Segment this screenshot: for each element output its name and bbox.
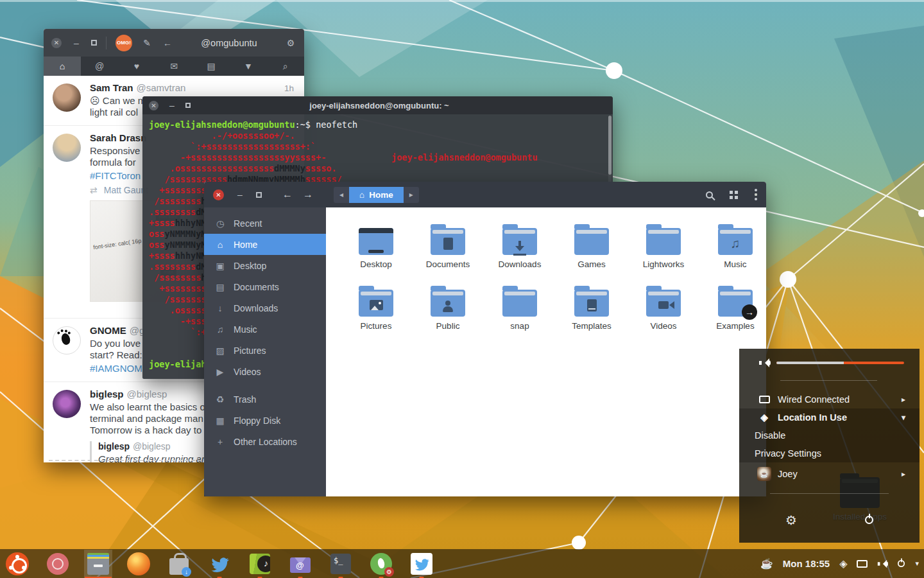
folder-icon-music bbox=[718, 228, 753, 255]
grid-view-icon[interactable] bbox=[730, 191, 733, 194]
folder-examples[interactable]: →Examples bbox=[699, 281, 771, 331]
home-icon: ⌂ bbox=[214, 240, 226, 250]
gnome-tweaks-icon[interactable] bbox=[369, 552, 393, 576]
folder-icon-person bbox=[431, 290, 465, 317]
tab-search[interactable]: ⌕ bbox=[267, 57, 304, 76]
volume-tray-icon[interactable] bbox=[877, 559, 887, 568]
folder-icon-desktop bbox=[359, 228, 393, 255]
tweet-author[interactable]: Sam Tran bbox=[90, 82, 133, 93]
sidebar-item-documents[interactable]: ▤Documents bbox=[204, 276, 326, 297]
forward-icon[interactable]: → bbox=[303, 189, 313, 200]
folder-music[interactable]: Music bbox=[699, 219, 771, 269]
search-icon[interactable] bbox=[706, 191, 713, 198]
music-icon: ♫ bbox=[214, 324, 226, 335]
avatar bbox=[53, 83, 81, 112]
folder-videos[interactable]: Videos bbox=[628, 281, 699, 331]
tweet-author[interactable]: Sarah Drasn bbox=[90, 132, 146, 143]
window-title: @omgubuntu bbox=[182, 38, 276, 48]
folder-downloads[interactable]: Downloads bbox=[484, 219, 556, 269]
power-icon[interactable] bbox=[865, 516, 873, 524]
folder-templates[interactable]: Templates bbox=[556, 281, 628, 331]
chevron-down-icon[interactable]: ▾ bbox=[915, 559, 919, 568]
twitter-window-icon[interactable] bbox=[409, 552, 434, 576]
settings-gear-icon[interactable]: ⚙ bbox=[785, 512, 797, 528]
documents-icon: ▤ bbox=[214, 282, 226, 292]
ubuntu-menu-icon[interactable] bbox=[5, 552, 30, 576]
tweet-author[interactable]: biglesp bbox=[90, 389, 124, 399]
sidebar-item-recent[interactable]: ◷Recent bbox=[204, 213, 326, 234]
location-disable-item[interactable]: Disable bbox=[755, 430, 785, 441]
close-icon[interactable]: ✕ bbox=[51, 38, 62, 48]
network-menu-item[interactable]: Wired Connected ▸ bbox=[739, 390, 920, 408]
red-circle-app-icon[interactable] bbox=[46, 552, 70, 576]
account-avatar[interactable]: OMG! bbox=[116, 35, 132, 51]
tweet-author[interactable]: GNOME bbox=[90, 325, 126, 336]
sidebar-item-desktop[interactable]: ▣Desktop bbox=[204, 255, 326, 276]
sidebar-item-music[interactable]: ♫Music bbox=[204, 319, 326, 340]
back-icon[interactable]: ← bbox=[162, 38, 173, 48]
folder-desktop[interactable]: Desktop bbox=[340, 219, 412, 269]
compose-icon[interactable]: ✎ bbox=[141, 38, 153, 48]
location-tray-icon[interactable]: ◈ bbox=[839, 557, 847, 570]
music-player-icon[interactable] bbox=[248, 552, 272, 576]
path-prev-button[interactable]: ◂ bbox=[334, 187, 349, 203]
minimize-icon[interactable]: – bbox=[234, 189, 246, 200]
sidebar-item-videos[interactable]: ▶Videos bbox=[204, 361, 326, 382]
sidebar-item-other-locations[interactable]: +Other Locations bbox=[204, 431, 326, 452]
folder-lightworks[interactable]: Lightworks bbox=[628, 219, 699, 269]
email-client-icon[interactable] bbox=[288, 552, 312, 576]
restore-icon[interactable] bbox=[91, 40, 97, 46]
display-tray-icon[interactable] bbox=[857, 560, 868, 568]
folder-documents[interactable]: Documents bbox=[412, 219, 484, 269]
tab-likes[interactable]: ♥ bbox=[118, 57, 155, 76]
folder-snap[interactable]: snap bbox=[484, 281, 556, 331]
sidebar-item-home[interactable]: ⌂Home bbox=[204, 234, 326, 255]
tab-home[interactable]: ⌂ bbox=[44, 57, 81, 76]
path-next-button[interactable]: ▸ bbox=[404, 187, 419, 203]
floppy-disk-icon: ▦ bbox=[214, 416, 226, 426]
lists-icon: ▤ bbox=[207, 61, 215, 71]
quote-author[interactable]: biglesp bbox=[98, 441, 130, 451]
minimize-icon[interactable]: – bbox=[71, 38, 82, 48]
user-coffee-icon[interactable]: ☕ bbox=[760, 557, 773, 570]
path-bar: ◂ ⌂Home ▸ bbox=[334, 187, 419, 203]
breadcrumb-home[interactable]: ⌂Home bbox=[349, 187, 404, 203]
sidebar-item-downloads[interactable]: ↓Downloads bbox=[204, 297, 326, 319]
videos-icon: ▶ bbox=[214, 367, 226, 377]
tweet-time: 1h bbox=[284, 83, 294, 93]
volume-slider[interactable] bbox=[776, 362, 904, 364]
tab-lists[interactable]: ▤ bbox=[193, 57, 230, 76]
clock[interactable]: Mon 18:55 bbox=[783, 558, 830, 569]
close-icon[interactable]: ✕ bbox=[213, 189, 224, 200]
power-tray-icon[interactable] bbox=[897, 559, 905, 568]
user-menu-item[interactable]: ☕ Joey ▸ bbox=[739, 465, 920, 483]
file-manager-sidebar: ◷Recent⌂Home▣Desktop▤Documents↓Downloads… bbox=[204, 207, 326, 496]
folder-games[interactable]: Games bbox=[556, 219, 628, 269]
firefox-icon[interactable] bbox=[126, 552, 151, 576]
terminal-titlebar: ✕ – joey-elijahsneddon@omgubuntu: ~ bbox=[142, 96, 613, 114]
tab-messages[interactable]: ✉ bbox=[155, 57, 193, 76]
terminal-app-icon[interactable]: $_ bbox=[329, 552, 353, 576]
sidebar-item-pictures[interactable]: ▨Pictures bbox=[204, 340, 326, 361]
scrollbar-thumb[interactable] bbox=[608, 116, 612, 175]
file-manager-content[interactable]: DesktopDocumentsDownloadsGamesLightworks… bbox=[326, 207, 766, 496]
corebird-twitter-icon[interactable] bbox=[207, 552, 232, 576]
location-privacy-settings-item[interactable]: Privacy Settings bbox=[755, 448, 821, 459]
tab-filters[interactable]: ▼ bbox=[230, 57, 267, 76]
sidebar-item-floppy-disk[interactable]: ▦Floppy Disk bbox=[204, 410, 326, 431]
folder-pictures[interactable]: Pictures bbox=[340, 281, 412, 331]
menu-kebab-icon[interactable] bbox=[755, 189, 757, 191]
back-icon[interactable]: ← bbox=[282, 189, 293, 200]
minimize-icon[interactable]: – bbox=[166, 100, 178, 110]
folder-public[interactable]: Public bbox=[412, 281, 484, 331]
restore-icon[interactable] bbox=[256, 192, 262, 198]
gear-icon[interactable]: ⚙ bbox=[285, 38, 296, 48]
close-icon[interactable]: ✕ bbox=[149, 101, 158, 110]
location-menu-item[interactable]: ◈ Location In Use ▾ bbox=[739, 408, 920, 426]
software-center-icon[interactable]: ↓ bbox=[167, 552, 191, 576]
retweeter-name[interactable]: Matt Gaunt bbox=[104, 185, 148, 195]
restore-icon[interactable] bbox=[185, 103, 191, 108]
tab-mentions[interactable]: @ bbox=[81, 57, 118, 76]
sidebar-item-trash[interactable]: ♻Trash bbox=[204, 389, 326, 410]
files-app-icon[interactable] bbox=[86, 552, 110, 576]
